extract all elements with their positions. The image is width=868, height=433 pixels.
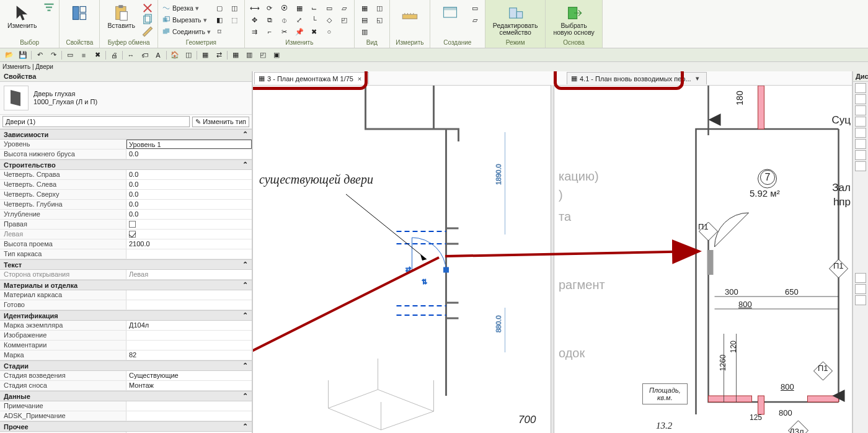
p-v[interactable] — [126, 249, 252, 259]
collapse-icon[interactable]: ⌃ — [242, 261, 248, 269]
wall-opening-icon[interactable]: ▢ — [213, 2, 226, 14]
edit-type-button[interactable]: ✎Изменить тип — [192, 117, 249, 127]
q-dim-icon[interactable]: ↔ — [125, 50, 136, 60]
param-level-value[interactable] — [126, 140, 252, 149]
geom4-icon[interactable]: ◫ — [228, 2, 241, 14]
tab-close-icon[interactable]: ▾ — [694, 74, 701, 83]
pb-btn6[interactable] — [855, 139, 866, 149]
modify-ex1-icon[interactable]: ▭ — [323, 2, 335, 14]
p-v[interactable] — [126, 401, 252, 411]
type-selector[interactable]: Дверь глухая 1000_Глухая (Л и П) — [0, 82, 252, 115]
view3-icon[interactable]: ▥ — [358, 26, 371, 37]
split-icon[interactable]: ✂ — [278, 26, 291, 37]
plan-left-canvas[interactable]: ⇄ ⇅ 1890.0 880.0 — [253, 86, 552, 433]
p-v[interactable]: 0.0 — [126, 200, 252, 209]
create-button[interactable] — [434, 2, 466, 22]
q-thinlines-icon[interactable]: ≡ — [78, 50, 89, 60]
collapse-icon[interactable]: ⌃ — [242, 392, 248, 400]
copy-mod-icon[interactable]: ⧉ — [264, 14, 276, 25]
pb-btn3[interactable] — [855, 105, 866, 115]
q-undo-icon[interactable]: ↶ — [34, 50, 45, 60]
pb-btn11[interactable] — [855, 295, 866, 305]
q-tile-icon[interactable]: ▦ — [230, 50, 241, 60]
q-open-icon[interactable]: 📂 — [4, 50, 15, 60]
p-v[interactable] — [126, 300, 252, 310]
p-v[interactable]: 82 — [126, 350, 252, 360]
collapse-icon[interactable]: ⌃ — [242, 130, 248, 138]
measure-button[interactable] — [394, 2, 426, 22]
param-right-hand-check[interactable] — [126, 220, 252, 229]
modify-button[interactable]: Изменить — [4, 2, 40, 30]
create2-icon[interactable]: ▭ — [469, 2, 481, 14]
cutgeo-button[interactable]: Вырезать▾ — [162, 14, 211, 25]
mirror-axis-icon[interactable]: ⦿ — [278, 2, 291, 14]
trim-icon[interactable]: ⌐ — [264, 26, 276, 37]
pin-icon[interactable]: 📌 — [293, 26, 306, 37]
collapse-icon[interactable]: ⌃ — [242, 362, 248, 370]
tab-view-right[interactable]: ▦ 4.1 - План вновь возводимых пер... ▾ — [567, 72, 707, 84]
q-sect-icon[interactable]: ▭ — [64, 50, 76, 60]
q-switch-icon[interactable]: ⇄ — [213, 50, 224, 60]
pb-btn10[interactable] — [855, 284, 866, 294]
q-cascade-icon[interactable]: ▥ — [244, 50, 255, 60]
delete-icon[interactable]: ✖ — [308, 26, 321, 37]
rehost-button[interactable]: Выбрать новую основу — [549, 2, 598, 37]
move-icon[interactable]: ✥ — [249, 14, 261, 25]
scale-icon[interactable]: ⤢ — [293, 14, 306, 25]
q-text-icon[interactable]: A — [153, 50, 164, 60]
geom3-icon[interactable]: ⌑ — [213, 26, 226, 37]
p-v[interactable]: 0.0 — [126, 210, 252, 219]
instance-filter-combo[interactable]: Двери (1) — [2, 116, 190, 127]
p-v[interactable]: 2100.0 — [126, 239, 252, 249]
view1-icon[interactable]: ▦ — [358, 2, 371, 14]
pb-btn4[interactable] — [855, 117, 866, 127]
trim-ext-icon[interactable]: ⌙ — [308, 2, 321, 14]
q-section-icon[interactable]: ◫ — [183, 50, 194, 60]
rotate-icon[interactable]: ⟳ — [264, 2, 276, 14]
modify-ex2-icon[interactable]: ◇ — [323, 14, 335, 25]
param-phase-demo-value[interactable]: Монтаж — [126, 381, 252, 390]
pb-btn2[interactable] — [855, 94, 866, 104]
q-print-icon[interactable]: 🖨 — [108, 50, 120, 60]
paste-button[interactable]: Вставить — [104, 2, 139, 30]
filter-icon[interactable] — [43, 2, 55, 14]
create3-icon[interactable]: ▱ — [469, 14, 481, 25]
p-v[interactable] — [126, 290, 252, 300]
view-splitter[interactable] — [551, 85, 554, 433]
array-icon[interactable]: ▦ — [293, 2, 306, 14]
view4-icon[interactable]: ◫ — [373, 2, 386, 14]
view5-icon[interactable]: ◱ — [373, 14, 386, 25]
collapse-icon[interactable]: ⌃ — [242, 281, 248, 289]
pb-btn7[interactable] — [855, 150, 866, 160]
properties-button[interactable] — [63, 2, 95, 22]
editfamily-button[interactable]: Редактировать семейство — [489, 2, 542, 37]
p-v[interactable]: 0.0 — [126, 180, 252, 189]
geom5-icon[interactable]: ⬚ — [228, 14, 241, 25]
cut-icon[interactable] — [141, 2, 154, 14]
pb-btn8[interactable] — [855, 161, 866, 171]
pb-btn1[interactable] — [855, 83, 866, 93]
offset-icon[interactable]: ⇉ — [249, 26, 261, 37]
cope-button[interactable]: Врезка▾ — [162, 2, 211, 14]
collapse-icon[interactable]: ⌃ — [242, 422, 248, 431]
q-3d-icon[interactable]: 🏠 — [169, 50, 180, 60]
q-close-icon[interactable]: ✖ — [92, 50, 103, 60]
geom2-icon[interactable]: ◧ — [213, 14, 226, 25]
p-v[interactable]: Д104л — [126, 321, 252, 330]
p-v[interactable]: 0.0 — [126, 190, 252, 199]
collapse-icon[interactable]: ⌃ — [242, 161, 248, 169]
view2-icon[interactable]: ▤ — [358, 14, 371, 25]
p-v[interactable] — [126, 411, 252, 421]
drawing-area[interactable]: ▦ 3 - План демонтажа М 1/75 × ▦ 4.1 - Пл… — [252, 71, 852, 433]
align-icon[interactable]: ⟷ — [249, 2, 261, 14]
q-tag-icon[interactable]: 🏷 — [139, 50, 150, 60]
matchtype-icon[interactable] — [141, 26, 154, 37]
trim-single-icon[interactable]: └ — [308, 14, 321, 25]
p-v[interactable] — [126, 331, 252, 340]
p-v[interactable]: 0.0 — [126, 170, 252, 179]
q-win-icon[interactable]: ▣ — [271, 50, 282, 60]
plan-right-canvas[interactable] — [552, 86, 852, 433]
join-button[interactable]: Соединить▾ — [162, 26, 211, 37]
q-manage-icon[interactable]: ▦ — [200, 50, 211, 60]
param-sill-value[interactable]: 0.0 — [126, 150, 252, 159]
